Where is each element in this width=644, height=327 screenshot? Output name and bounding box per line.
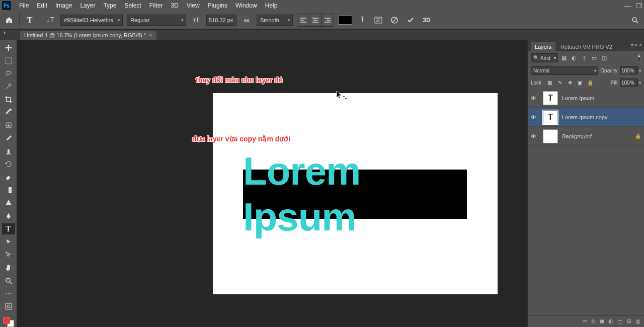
menu-layer[interactable]: Layer: [76, 1, 99, 10]
align-center-icon[interactable]: [309, 14, 321, 26]
font-size-field[interactable]: 518.32 px: [206, 15, 236, 26]
menu-image[interactable]: Image: [51, 1, 76, 10]
gradient-tool[interactable]: [2, 185, 15, 196]
layer-lock-icon[interactable]: 🔒: [635, 133, 641, 139]
new-layer-icon[interactable]: ⊞: [627, 318, 631, 324]
clone-stamp-tool[interactable]: [2, 146, 15, 157]
tab-retouch-vr[interactable]: Retouch VR PRO V2: [556, 42, 616, 51]
hand-tool[interactable]: [2, 262, 15, 273]
filter-kind-dropdown[interactable]: Kind: [531, 53, 558, 62]
align-left-icon[interactable]: [297, 14, 309, 26]
visibility-icon[interactable]: 👁: [531, 95, 539, 101]
layer-name[interactable]: Lorem Ipsum copy: [562, 114, 607, 120]
delete-layer-icon[interactable]: 🗑: [635, 318, 641, 324]
eraser-tool[interactable]: [2, 172, 15, 183]
minimize-icon[interactable]: —: [624, 2, 631, 10]
layer-row[interactable]: 👁 T Lorem Ipsum: [528, 89, 644, 108]
document-tab[interactable]: Untitled-1 @ 16.7% (Lorem Ipsum copy, RG…: [20, 31, 156, 40]
menu-filter[interactable]: Filter: [145, 1, 167, 10]
mask-icon[interactable]: ◼: [600, 318, 604, 324]
shape-tool[interactable]: [2, 198, 15, 209]
filter-smart-icon[interactable]: ◫: [600, 54, 608, 62]
layer-name[interactable]: Lorem Ipsum: [562, 95, 594, 101]
move-tool[interactable]: [2, 42, 15, 53]
layer-row[interactable]: 👁 T Lorem Ipsum copy: [528, 108, 644, 127]
close-tab-icon[interactable]: ×: [149, 32, 152, 38]
blend-mode-dropdown[interactable]: Normal: [531, 66, 598, 75]
edit-toolbar-icon[interactable]: ⋯: [2, 288, 15, 299]
home-icon[interactable]: [3, 14, 15, 26]
lock-transparency-icon[interactable]: ▩: [546, 78, 554, 87]
right-panels: Layers Retouch VR PRO V2 ≡ « × Kind ▦ ◐ …: [527, 40, 644, 327]
lock-all-icon[interactable]: 🔒: [586, 78, 594, 87]
panel-menu-icon[interactable]: ≡: [630, 42, 634, 49]
commit-icon[interactable]: [405, 14, 417, 26]
layer-thumbnail[interactable]: [543, 129, 558, 143]
text-orientation-icon[interactable]: ↓T: [44, 14, 56, 26]
opacity-field[interactable]: 100%: [620, 66, 638, 74]
menu-type[interactable]: Type: [99, 1, 120, 10]
menu-file[interactable]: File: [15, 1, 33, 10]
warp-text-icon[interactable]: T̃: [356, 14, 368, 26]
menu-plugins[interactable]: Plugins: [204, 1, 231, 10]
lock-artboard-icon[interactable]: ▣: [576, 78, 584, 87]
eyedropper-tool[interactable]: [2, 107, 15, 118]
direct-selection-tool[interactable]: [2, 250, 15, 261]
group-icon[interactable]: 🗀: [617, 318, 623, 324]
marquee-tool[interactable]: [2, 55, 15, 66]
font-family-dropdown[interactable]: #9Slide03 HelvetIns: [60, 15, 123, 26]
filter-type-icon[interactable]: T: [580, 54, 588, 62]
history-brush-tool[interactable]: [2, 158, 15, 170]
type-tool-preset-icon[interactable]: T: [24, 14, 36, 26]
search-icon[interactable]: [629, 14, 641, 26]
menu-window[interactable]: Window: [231, 1, 261, 10]
pen-tool[interactable]: [2, 210, 15, 221]
align-right-icon[interactable]: [321, 14, 334, 26]
antialias-dropdown[interactable]: Smooth: [257, 15, 293, 26]
menu-select[interactable]: Select: [120, 1, 145, 10]
menu-help[interactable]: Help: [261, 1, 282, 10]
visibility-icon[interactable]: 👁: [531, 133, 539, 139]
path-selection-tool[interactable]: [2, 236, 15, 248]
adjustment-icon[interactable]: ◐: [608, 318, 613, 324]
filter-pixel-icon[interactable]: ▦: [560, 54, 568, 62]
lock-position-icon[interactable]: ✥: [566, 78, 574, 87]
fx-icon[interactable]: fx: [591, 318, 596, 324]
healing-brush-tool[interactable]: [2, 120, 15, 131]
character-panel-icon[interactable]: [372, 14, 384, 26]
layer-name[interactable]: Background: [562, 133, 592, 139]
menu-3d[interactable]: 3D: [167, 1, 182, 10]
fill-field[interactable]: 100%: [620, 78, 638, 87]
font-style-dropdown[interactable]: Regular: [127, 15, 186, 26]
color-swatches[interactable]: [3, 317, 14, 327]
quick-mask-icon[interactable]: [2, 301, 15, 312]
filter-toggle[interactable]: [637, 54, 641, 61]
menu-edit[interactable]: Edit: [33, 1, 51, 10]
menu-view[interactable]: View: [183, 1, 204, 10]
maximize-icon[interactable]: ❐: [636, 2, 642, 10]
filter-adjust-icon[interactable]: ◐: [570, 54, 578, 62]
3d-button[interactable]: 3D: [421, 14, 433, 26]
layer-row[interactable]: 👁 Background 🔒: [528, 127, 644, 146]
layer-thumbnail[interactable]: T: [543, 110, 558, 124]
type-tool[interactable]: T: [2, 223, 15, 234]
lock-pixels-icon[interactable]: ✎: [556, 78, 564, 87]
layer-thumbnail[interactable]: T: [543, 91, 558, 105]
link-layers-icon[interactable]: ⚯: [583, 318, 587, 324]
lasso-tool[interactable]: [2, 68, 15, 79]
filter-shape-icon[interactable]: ▭: [590, 54, 598, 62]
crop-tool[interactable]: [2, 94, 15, 105]
text-layer-rendered[interactable]: Lorem Ipsum: [243, 170, 467, 219]
text-color-swatch[interactable]: [338, 16, 352, 25]
document-canvas[interactable]: Lorem Ipsum: [213, 93, 498, 294]
canvas-area[interactable]: Lorem Ipsum thay đổi màu cho layer đó đư…: [17, 40, 527, 327]
foreground-color-swatch[interactable]: [3, 317, 10, 324]
tab-layers[interactable]: Layers: [531, 42, 555, 51]
magic-wand-tool[interactable]: [2, 81, 15, 92]
brush-tool[interactable]: [2, 133, 15, 144]
visibility-icon[interactable]: 👁: [531, 114, 539, 120]
collapse-panel-icon[interactable]: « ×: [635, 42, 642, 48]
cancel-icon[interactable]: [388, 14, 400, 26]
zoom-tool[interactable]: [2, 275, 15, 286]
expand-panels-icon[interactable]: »: [2, 31, 8, 34]
